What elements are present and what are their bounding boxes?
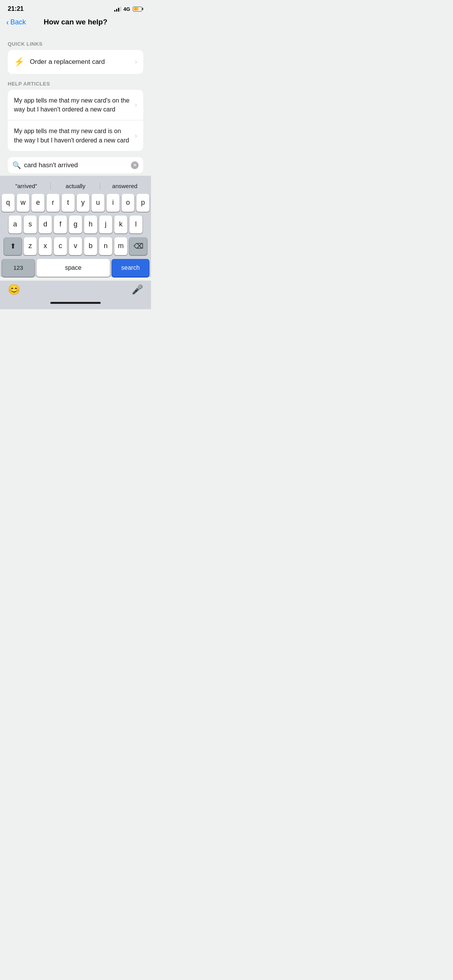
- search-input[interactable]: [24, 161, 128, 169]
- search-label: search: [121, 264, 140, 271]
- nav-bar: ‹ Back How can we help?: [0, 15, 151, 31]
- key-f[interactable]: f: [54, 216, 67, 233]
- key-j[interactable]: j: [99, 216, 112, 233]
- key-y[interactable]: y: [77, 194, 90, 212]
- space-key[interactable]: space: [36, 259, 110, 277]
- key-d[interactable]: d: [39, 216, 52, 233]
- lightning-icon: ⚡: [14, 57, 24, 67]
- key-b[interactable]: b: [84, 237, 97, 255]
- key-i[interactable]: i: [106, 194, 120, 212]
- article-text-0: My app tells me that my new card's on th…: [14, 96, 131, 114]
- chevron-right-icon: ›: [135, 58, 137, 66]
- keyboard-row-1: q w e r t y u i o p: [2, 194, 149, 212]
- status-time: 21:21: [8, 5, 24, 12]
- back-chevron-icon: ‹: [6, 18, 9, 27]
- quick-link-label: Order a replacement card: [30, 58, 129, 66]
- chevron-right-icon-0: ›: [135, 101, 137, 109]
- keyboard: "arrived" actually answered q w e r t y …: [0, 176, 151, 277]
- key-r[interactable]: r: [46, 194, 60, 212]
- key-l[interactable]: l: [129, 216, 142, 233]
- emoji-icon[interactable]: 😊: [8, 284, 20, 296]
- search-bar: 🔍 ✕: [8, 157, 143, 173]
- content-area: QUICK LINKS ⚡ Order a replacement card ›…: [0, 31, 151, 173]
- home-bar: [50, 302, 101, 304]
- key-m[interactable]: m: [114, 237, 127, 255]
- space-label: space: [65, 264, 82, 271]
- signal-bars-icon: [114, 6, 121, 12]
- key-n[interactable]: n: [99, 237, 112, 255]
- key-o[interactable]: o: [122, 194, 135, 212]
- microphone-icon[interactable]: 🎤: [132, 284, 143, 295]
- status-bar: 21:21 4G ⚡: [0, 0, 151, 15]
- signal-bar-4: [120, 7, 121, 12]
- help-article-item-1[interactable]: My app tells me that my new card is on t…: [8, 120, 143, 151]
- key-h[interactable]: h: [84, 216, 97, 233]
- key-g[interactable]: g: [69, 216, 82, 233]
- article-text-1: My app tells me that my new card is on t…: [14, 127, 131, 144]
- autocomplete-label-0: "arrived": [15, 183, 37, 189]
- numeric-label: 123: [13, 264, 23, 271]
- status-icons: 4G ⚡: [114, 6, 143, 12]
- help-article-item-0[interactable]: My app tells me that my new card's on th…: [8, 90, 143, 120]
- bottom-accessory: 😊 🎤: [0, 281, 151, 300]
- autocomplete-label-1: actually: [66, 183, 86, 189]
- help-articles-card: My app tells me that my new card's on th…: [8, 90, 143, 151]
- signal-bar-2: [116, 9, 117, 12]
- backspace-key[interactable]: ⌫: [129, 237, 147, 255]
- signal-bar-1: [114, 10, 115, 12]
- clear-icon: ✕: [133, 163, 137, 168]
- key-z[interactable]: z: [24, 237, 37, 255]
- key-k[interactable]: k: [114, 216, 127, 233]
- keyboard-row-3: ⬆ z x c v b n m ⌫: [2, 237, 149, 255]
- quick-links-section-label: QUICK LINKS: [8, 41, 143, 47]
- home-indicator: [0, 300, 151, 309]
- search-clear-button[interactable]: ✕: [131, 161, 139, 169]
- autocomplete-bar: "arrived" actually answered: [2, 179, 149, 194]
- page-title: How can we help?: [44, 18, 108, 26]
- signal-bar-3: [118, 8, 119, 12]
- autocomplete-label-2: answered: [112, 183, 137, 189]
- autocomplete-arrived[interactable]: "arrived": [2, 181, 51, 191]
- shift-key[interactable]: ⬆: [4, 237, 22, 255]
- battery-charging-icon: ⚡: [136, 7, 140, 11]
- key-p[interactable]: p: [136, 194, 149, 212]
- key-q[interactable]: q: [2, 194, 15, 212]
- keyboard-row-4: 123 space search: [2, 259, 149, 277]
- autocomplete-answered[interactable]: answered: [100, 181, 149, 191]
- key-c[interactable]: c: [54, 237, 67, 255]
- search-key[interactable]: search: [112, 259, 149, 277]
- network-label: 4G: [124, 6, 130, 12]
- back-button[interactable]: ‹ Back: [6, 18, 26, 27]
- key-a[interactable]: a: [9, 216, 22, 233]
- battery-icon: ⚡: [133, 7, 143, 12]
- key-e[interactable]: e: [31, 194, 45, 212]
- key-u[interactable]: u: [91, 194, 105, 212]
- key-s[interactable]: s: [24, 216, 37, 233]
- key-v[interactable]: v: [69, 237, 82, 255]
- quick-link-replacement-card[interactable]: ⚡ Order a replacement card ›: [8, 50, 143, 74]
- autocomplete-actually[interactable]: actually: [51, 181, 100, 191]
- numeric-key[interactable]: 123: [2, 259, 34, 277]
- back-label: Back: [10, 18, 26, 26]
- key-t[interactable]: t: [62, 194, 75, 212]
- keyboard-row-2: a s d f g h j k l: [2, 216, 149, 233]
- quick-links-card: ⚡ Order a replacement card ›: [8, 50, 143, 74]
- chevron-right-icon-1: ›: [135, 132, 137, 140]
- help-articles-section-label: HELP ARTICLES: [8, 81, 143, 87]
- key-w[interactable]: w: [17, 194, 30, 212]
- key-x[interactable]: x: [39, 237, 52, 255]
- search-icon: 🔍: [12, 161, 21, 170]
